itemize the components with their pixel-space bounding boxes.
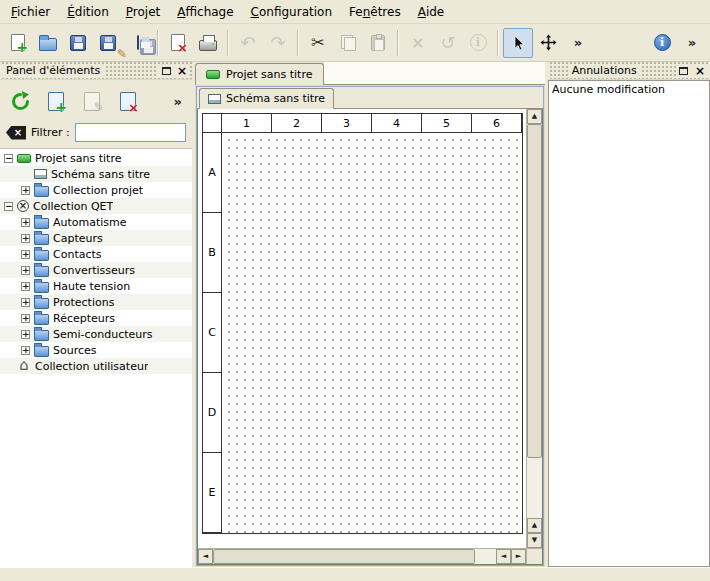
undo-dock-titlebar[interactable]: Annulations bbox=[548, 62, 710, 80]
menu-edition[interactable]: Édition bbox=[59, 1, 117, 23]
menu-projet[interactable]: Projet bbox=[118, 1, 168, 23]
expand-icon[interactable] bbox=[21, 330, 30, 339]
close-document-button[interactable]: × bbox=[163, 28, 193, 58]
cut-button[interactable]: ✂ bbox=[303, 28, 333, 58]
expand-icon[interactable] bbox=[21, 282, 30, 291]
scroll-left-button[interactable] bbox=[496, 549, 511, 564]
reload-collections-button[interactable] bbox=[5, 86, 35, 116]
schema-view: 1 2 3 4 5 6 A B C D E bbox=[197, 109, 543, 565]
redo-button[interactable]: ↷ bbox=[263, 28, 293, 58]
left-dock-close-button[interactable] bbox=[175, 64, 189, 77]
menu-label: A bbox=[418, 5, 426, 19]
toolbar-separator bbox=[227, 30, 229, 56]
tree-item-automatisme[interactable]: Automatisme bbox=[0, 214, 192, 230]
tree-item-schema[interactable]: Schéma sans titre bbox=[0, 166, 192, 182]
edit-element-button[interactable]: ✎ bbox=[77, 86, 107, 116]
menu-aide[interactable]: Aide bbox=[410, 1, 453, 23]
tree-item-recepteurs[interactable]: Récepteurs bbox=[0, 310, 192, 326]
vertical-scrollbar[interactable] bbox=[526, 109, 542, 548]
row-header: B bbox=[203, 213, 222, 293]
menu-fichier[interactable]: Fichier bbox=[3, 1, 58, 23]
tree-item-project[interactable]: Projet sans titre bbox=[0, 150, 192, 166]
scroll-left-button[interactable] bbox=[198, 549, 213, 564]
tree-item-haute-tension[interactable]: Haute tension bbox=[0, 278, 192, 294]
folder-icon bbox=[34, 218, 49, 229]
copy-button[interactable] bbox=[333, 28, 363, 58]
left-dock-float-button[interactable] bbox=[159, 64, 173, 77]
folder-icon bbox=[34, 186, 49, 197]
collapse-icon[interactable] bbox=[4, 154, 13, 163]
horizontal-scrollbar[interactable] bbox=[198, 548, 526, 564]
open-document-button[interactable] bbox=[33, 28, 63, 58]
tree-item-sources[interactable]: Sources bbox=[0, 342, 192, 358]
undo-button[interactable]: ↶ bbox=[233, 28, 263, 58]
diagram-canvas[interactable] bbox=[222, 133, 522, 533]
right-dock-float-button[interactable] bbox=[677, 64, 691, 77]
rotate-button[interactable]: ↺ bbox=[433, 28, 463, 58]
tree-item-contacts[interactable]: Contacts bbox=[0, 246, 192, 262]
scroll-down-button[interactable] bbox=[527, 533, 542, 548]
menu-configuration[interactable]: Configuration bbox=[243, 1, 340, 23]
scroll-up-button[interactable] bbox=[527, 109, 542, 124]
tree-item-convertisseurs[interactable]: Convertisseurs bbox=[0, 262, 192, 278]
new-element-button[interactable]: + bbox=[41, 86, 71, 116]
project-tab-label: Projet sans titre bbox=[226, 68, 313, 81]
tree-item-label: Convertisseurs bbox=[53, 264, 135, 277]
open-folder-icon bbox=[39, 38, 57, 51]
undo-list[interactable]: Aucune modification bbox=[548, 80, 710, 567]
panel-overflow-button[interactable]: » bbox=[174, 94, 187, 109]
delete-button[interactable]: × bbox=[403, 28, 433, 58]
tree-item-collection-projet[interactable]: Collection projet bbox=[0, 182, 192, 198]
schema-tab[interactable]: Schéma sans titre bbox=[199, 88, 334, 109]
expand-icon[interactable] bbox=[21, 298, 30, 307]
tree-item-protections[interactable]: Protections bbox=[0, 294, 192, 310]
select-mode-button[interactable] bbox=[503, 28, 533, 58]
expand-icon[interactable] bbox=[21, 250, 30, 259]
new-document-button[interactable]: + bbox=[3, 28, 33, 58]
menu-fenetres[interactable]: Fenêtres bbox=[341, 1, 409, 23]
save-button[interactable] bbox=[63, 28, 93, 58]
tree-item-capteurs[interactable]: Capteurs bbox=[0, 230, 192, 246]
pan-mode-button[interactable] bbox=[533, 28, 563, 58]
undo-dock: Annulations Aucune modification bbox=[548, 62, 710, 567]
expand-icon[interactable] bbox=[21, 266, 30, 275]
save-as-button[interactable]: ✎ bbox=[93, 28, 123, 58]
tree-item-collection-qet[interactable]: Collection QET bbox=[0, 198, 192, 214]
clipboard-icon bbox=[371, 35, 385, 51]
scroll-up-button[interactable] bbox=[527, 518, 542, 533]
elements-tree: Projet sans titre Schéma sans titre Coll… bbox=[0, 148, 192, 567]
about-button[interactable] bbox=[647, 28, 677, 58]
schema-scroll-area[interactable]: 1 2 3 4 5 6 A B C D E bbox=[198, 109, 526, 548]
tree-item-collection-utilisateur[interactable]: Collection utilisateur bbox=[0, 358, 192, 374]
print-button[interactable] bbox=[193, 28, 223, 58]
right-dock-close-button[interactable] bbox=[693, 64, 707, 77]
expand-icon[interactable] bbox=[21, 346, 30, 355]
column-header: 2 bbox=[272, 114, 322, 133]
scroll-track[interactable] bbox=[527, 458, 542, 518]
save-all-button[interactable] bbox=[123, 28, 153, 58]
project-tab[interactable]: Projet sans titre bbox=[195, 63, 324, 85]
horizontal-scroll-thumb[interactable] bbox=[213, 549, 475, 564]
elements-panel-titlebar[interactable]: Panel d'éléments bbox=[0, 62, 192, 80]
expand-icon[interactable] bbox=[21, 218, 30, 227]
element-info-button[interactable] bbox=[463, 28, 493, 58]
expand-icon[interactable] bbox=[21, 314, 30, 323]
main-area: Panel d'éléments + ✎ × » Filtrer : Proje… bbox=[0, 62, 710, 567]
collapse-icon[interactable] bbox=[4, 202, 13, 211]
menu-affichage[interactable]: Affichage bbox=[169, 1, 241, 23]
undo-arrow-icon: ↶ bbox=[240, 34, 255, 52]
scroll-track[interactable] bbox=[475, 549, 496, 564]
delete-element-button[interactable]: × bbox=[113, 86, 143, 116]
clear-filter-button[interactable] bbox=[6, 126, 26, 140]
printer-icon bbox=[199, 40, 217, 51]
paste-button[interactable] bbox=[363, 28, 393, 58]
toolbar-overflow-button[interactable]: » bbox=[563, 28, 593, 58]
scroll-right-button[interactable] bbox=[511, 549, 526, 564]
tree-item-label: Haute tension bbox=[53, 280, 130, 293]
filter-input[interactable] bbox=[75, 123, 186, 142]
tree-item-semi-conducteurs[interactable]: Semi-conducteurs bbox=[0, 326, 192, 342]
toolbar-overflow-right-button[interactable]: » bbox=[677, 28, 707, 58]
vertical-scroll-thumb[interactable] bbox=[527, 124, 542, 458]
expand-icon[interactable] bbox=[21, 234, 30, 243]
expand-icon[interactable] bbox=[21, 186, 30, 195]
